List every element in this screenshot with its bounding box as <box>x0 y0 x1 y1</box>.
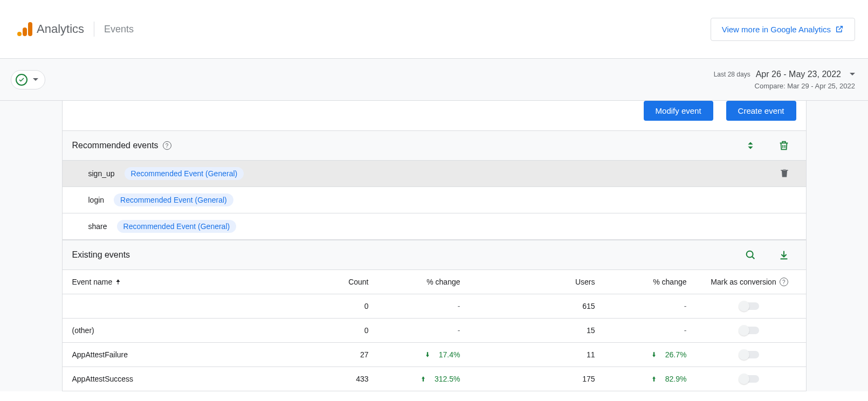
col-mark-conversion: Mark as conversion ? <box>703 278 796 286</box>
view-more-button[interactable]: View more in Google Analytics <box>711 18 855 41</box>
external-link-icon <box>835 25 844 33</box>
analytics-logo-icon <box>17 22 32 36</box>
arrow-up-icon <box>650 375 658 383</box>
table-row[interactable]: AppAttestFailure 27 17.4% 11 26.7% <box>62 343 807 367</box>
cell-users: 11 <box>477 350 595 359</box>
top-bar: Analytics Events View more in Google Ana… <box>0 0 868 59</box>
date-period-label: Last 28 days <box>714 70 750 79</box>
recommended-event-name: share <box>88 222 107 231</box>
page-title: Events <box>104 24 134 35</box>
arrow-down-icon <box>424 351 431 358</box>
chevron-down-icon <box>33 78 38 81</box>
svg-rect-1 <box>118 281 119 284</box>
col-count[interactable]: Count <box>293 278 369 286</box>
conversion-toggle[interactable] <box>740 375 759 383</box>
cell-change-1: 312.5% <box>369 375 477 383</box>
cell-event-name: (other) <box>72 326 293 335</box>
col-change-1[interactable]: % change <box>369 278 477 286</box>
help-icon[interactable]: ? <box>780 278 788 286</box>
date-range-text: Apr 26 - May 23, 2022 <box>756 68 841 81</box>
recommended-event-row[interactable]: sign_up Recommended Event (General) <box>62 161 807 187</box>
product-name: Analytics <box>37 22 84 36</box>
cell-count: 0 <box>293 302 369 310</box>
cell-event-name: AppAttestSuccess <box>72 375 293 383</box>
table-row[interactable]: 0 - 615 - <box>62 294 807 319</box>
delete-all-button[interactable] <box>778 140 790 151</box>
col-users[interactable]: Users <box>477 278 595 286</box>
delete-icon[interactable] <box>779 168 790 180</box>
col-event-name[interactable]: Event name <box>72 278 293 286</box>
create-event-button[interactable]: Create event <box>726 101 796 121</box>
cell-count: 433 <box>293 375 369 383</box>
view-more-label: View more in Google Analytics <box>722 25 831 34</box>
existing-events-header: Existing events <box>62 240 807 270</box>
expand-collapse-button[interactable] <box>745 140 756 151</box>
recommended-event-name: login <box>88 196 105 204</box>
download-button[interactable] <box>778 249 790 261</box>
check-circle-icon <box>16 74 27 86</box>
col-change-2[interactable]: % change <box>595 278 703 286</box>
top-bar-left: Analytics Events <box>17 22 134 37</box>
divider <box>94 22 94 37</box>
recommended-event-name: sign_up <box>88 169 115 178</box>
status-filter-pill[interactable] <box>11 70 45 89</box>
table-header-row: Event name Count % change Users % change… <box>62 270 807 294</box>
cell-users: 15 <box>477 326 595 335</box>
cell-change-1: 17.4% <box>369 350 477 359</box>
cell-conversion-toggle <box>703 375 796 383</box>
cell-users: 615 <box>477 302 595 310</box>
cell-count: 27 <box>293 350 369 359</box>
existing-title: Existing events <box>72 250 130 260</box>
cell-conversion-toggle <box>703 351 796 358</box>
recommended-chip[interactable]: Recommended Event (General) <box>125 167 244 180</box>
recommended-event-row[interactable]: login Recommended Event (General) <box>62 187 807 213</box>
chevron-down-icon <box>850 73 855 75</box>
table-row[interactable]: (other) 0 - 15 - <box>62 319 807 343</box>
cell-conversion-toggle <box>703 302 796 310</box>
cell-event-name: AppAttestFailure <box>72 350 293 359</box>
recommended-event-row[interactable]: share Recommended Event (General) <box>62 213 807 240</box>
cell-users: 175 <box>477 375 595 383</box>
date-range-picker[interactable]: Last 28 days Apr 26 - May 23, 2022 Compa… <box>714 68 855 92</box>
date-compare-text: Compare: Mar 29 - Apr 25, 2022 <box>714 81 855 92</box>
svg-point-0 <box>746 251 753 258</box>
modify-event-button[interactable]: Modify event <box>644 101 713 121</box>
event-actions-row: Modify event Create event <box>62 101 807 130</box>
arrow-up-icon <box>419 375 427 383</box>
arrow-down-icon <box>650 351 658 358</box>
analytics-logo[interactable]: Analytics <box>17 22 84 36</box>
conversion-toggle[interactable] <box>740 351 759 358</box>
conversion-toggle[interactable] <box>740 327 759 334</box>
cell-change-2: 26.7% <box>595 350 703 359</box>
cell-change-2: - <box>595 326 703 335</box>
sort-asc-icon <box>114 278 122 286</box>
recommended-events-header: Recommended events ? <box>62 130 807 161</box>
conversion-toggle[interactable] <box>740 302 759 310</box>
recommended-chip[interactable]: Recommended Event (General) <box>117 220 237 233</box>
filter-bar: Last 28 days Apr 26 - May 23, 2022 Compa… <box>0 59 868 101</box>
cell-change-2: 82.9% <box>595 375 703 383</box>
recommended-chip[interactable]: Recommended Event (General) <box>114 193 233 206</box>
help-icon[interactable]: ? <box>163 141 171 150</box>
search-button[interactable] <box>745 249 756 261</box>
table-row[interactable]: AppAttestSuccess 433 312.5% 175 82.9% <box>62 367 807 391</box>
cell-change-1: - <box>369 326 477 335</box>
recommended-title: Recommended events <box>72 141 159 150</box>
cell-change-2: - <box>595 302 703 310</box>
cell-conversion-toggle <box>703 327 796 334</box>
cell-count: 0 <box>293 326 369 335</box>
cell-change-1: - <box>369 302 477 310</box>
